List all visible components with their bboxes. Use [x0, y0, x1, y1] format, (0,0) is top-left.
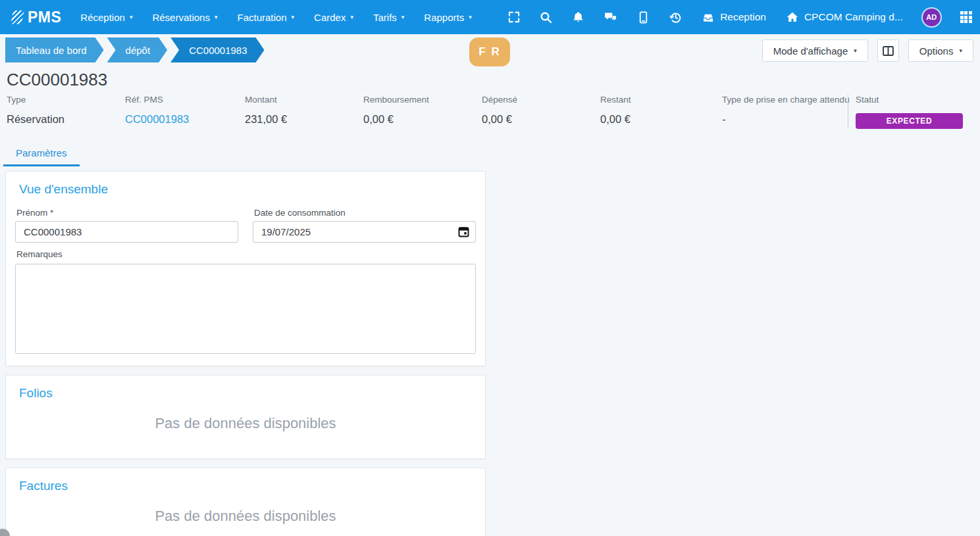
stat-value: 0,00 € — [482, 113, 600, 126]
chevron-down-icon: ▾ — [401, 14, 405, 20]
mobile-device-icon[interactable] — [637, 11, 650, 24]
consumption-date-input[interactable] — [253, 221, 476, 243]
ref-pms-link[interactable]: CC00001983 — [125, 113, 245, 126]
overview-card: Vue d'ensemble Prénom * Date de consomma… — [5, 171, 486, 366]
folios-card: Folios Pas de données disponibles — [5, 375, 486, 459]
breadcrumb-item-label: CC00001983 — [189, 45, 247, 56]
chevron-down-icon: ▾ — [350, 14, 353, 20]
firstname-input[interactable] — [15, 221, 238, 243]
menu-reservations[interactable]: Réservations▾ — [142, 0, 227, 34]
stat-montant: Montant 231,00 € — [245, 95, 363, 129]
invoices-empty-text: Pas de données disponibles — [15, 508, 476, 525]
main-menu: Réception▾ Réservations▾ Facturation▾ Ca… — [70, 0, 481, 34]
navbar-right: Reception CPCOM Camping d... AD — [508, 9, 972, 26]
property-switcher[interactable]: CPCOM Camping d... — [786, 11, 903, 24]
menu-tarifs[interactable]: Tarifs▾ — [363, 0, 414, 34]
chevron-down-icon: ▾ — [292, 14, 295, 20]
stat-depense: Dépensé 0,00 € — [482, 95, 600, 129]
header-stats: Type Réservation Réf. PMS CC00001983 Mon… — [7, 95, 973, 129]
options-label: Options — [919, 45, 954, 57]
inbox-icon — [702, 11, 715, 24]
bell-icon[interactable] — [572, 11, 584, 24]
remarks-label: Remarques — [16, 249, 476, 259]
stat-ref-pms: Réf. PMS CC00001983 — [125, 95, 245, 129]
stat-label: Montant — [245, 95, 363, 105]
stat-label: Dépensé — [482, 95, 600, 105]
columns-icon — [882, 45, 894, 57]
breadcrumb-item-depot[interactable]: dépôt — [107, 37, 168, 62]
property-label: CPCOM Camping d... — [804, 11, 903, 23]
consumption-date-field-group: Date de consommation — [253, 208, 476, 243]
stat-value: - — [722, 113, 848, 126]
menu-cardex-label: Cardex — [314, 12, 346, 23]
stat-value: Réservation — [7, 113, 125, 126]
reception-desk-label: Reception — [720, 11, 766, 23]
home-icon — [786, 11, 799, 24]
chat-icon[interactable] — [604, 11, 617, 24]
stat-value: 231,00 € — [245, 113, 363, 126]
menu-facturation-label: Facturation — [238, 12, 287, 23]
page-title: CC00001983 — [7, 70, 973, 90]
status-badge: EXPECTED — [856, 113, 963, 129]
menu-cardex[interactable]: Cardex▾ — [304, 0, 363, 34]
columns-layout-button[interactable] — [877, 39, 899, 62]
brand-stripes-icon — [11, 11, 24, 24]
stat-label: Réf. PMS — [125, 95, 245, 105]
consumption-date-label: Date de consommation — [254, 208, 476, 218]
stat-remboursement: Remboursement 0,00 € — [363, 95, 482, 129]
search-icon[interactable] — [540, 11, 552, 24]
menu-tarifs-label: Tarifs — [373, 12, 397, 23]
breadcrumb-item-label: dépôt — [126, 45, 151, 56]
app-logo[interactable]: PMS — [11, 9, 61, 26]
stat-label: Type — [7, 95, 125, 105]
stat-type-prise-en-charge: Type de prise en charge attendu - — [722, 95, 848, 129]
stat-value: 0,00 € — [363, 113, 482, 126]
tab-parametres[interactable]: Paramètres — [3, 142, 80, 166]
display-mode-button[interactable]: Mode d'affichage▾ — [762, 39, 868, 62]
top-navbar: PMS Réception▾ Réservations▾ Facturation… — [0, 0, 980, 34]
chevron-down-icon: ▾ — [130, 14, 133, 20]
chevron-down-icon: ▾ — [469, 14, 472, 20]
remarks-textarea[interactable] — [15, 264, 476, 354]
menu-facturation[interactable]: Facturation▾ — [228, 0, 305, 34]
overview-card-title: Vue d'ensemble — [19, 182, 476, 197]
breadcrumb-item-dashboard[interactable]: Tableau de bord — [5, 37, 104, 62]
options-button[interactable]: Options▾ — [908, 39, 973, 62]
display-mode-label: Mode d'affichage — [773, 45, 848, 57]
tab-bar: Paramètres — [3, 142, 980, 166]
stat-label: Restant — [600, 95, 722, 105]
user-avatar[interactable]: AD — [923, 9, 941, 26]
stat-value: 0,00 € — [600, 113, 722, 126]
stat-label: Remboursement — [363, 95, 482, 105]
calendar-icon[interactable] — [457, 226, 470, 238]
menu-rapports[interactable]: Rapports▾ — [414, 0, 481, 34]
breadcrumb-item-current[interactable]: CC00001983 — [170, 37, 264, 62]
folios-empty-text: Pas de données disponibles — [15, 415, 476, 432]
avatar-initials: AD — [926, 13, 937, 21]
stat-statut: Statut EXPECTED — [848, 95, 973, 129]
stat-type: Type Réservation — [7, 95, 125, 129]
chevron-down-icon: ▾ — [854, 48, 857, 54]
stat-restant: Restant 0,00 € — [600, 95, 722, 129]
apps-grid-icon[interactable] — [960, 11, 972, 23]
chevron-down-icon: ▾ — [215, 14, 218, 20]
folios-card-title: Folios — [19, 386, 476, 401]
invoices-card-title: Factures — [19, 479, 476, 493]
breadcrumb-item-label: Tableau de bord — [16, 45, 87, 56]
invoices-card: Factures Pas de données disponibles — [5, 468, 486, 536]
stat-label: Statut — [856, 95, 973, 105]
breadcrumb: Tableau de bord dépôt CC00001983 — [5, 37, 268, 62]
firstname-label: Prénom * — [16, 208, 238, 218]
fullscreen-icon[interactable] — [508, 11, 520, 23]
toolbar-actions: Mode d'affichage▾ Options▾ — [762, 37, 973, 62]
language-flag-badge[interactable]: F R — [469, 37, 510, 66]
stat-label: Type de prise en charge attendu — [722, 95, 848, 105]
brand-name: PMS — [28, 9, 61, 26]
chevron-down-icon: ▾ — [959, 48, 962, 54]
menu-reception[interactable]: Réception▾ — [70, 0, 142, 34]
reception-desk-switcher[interactable]: Reception — [702, 11, 766, 24]
menu-reception-label: Réception — [80, 12, 125, 23]
menu-reservations-label: Réservations — [152, 12, 210, 23]
firstname-field-group: Prénom * — [15, 208, 238, 243]
history-icon[interactable] — [669, 11, 682, 24]
